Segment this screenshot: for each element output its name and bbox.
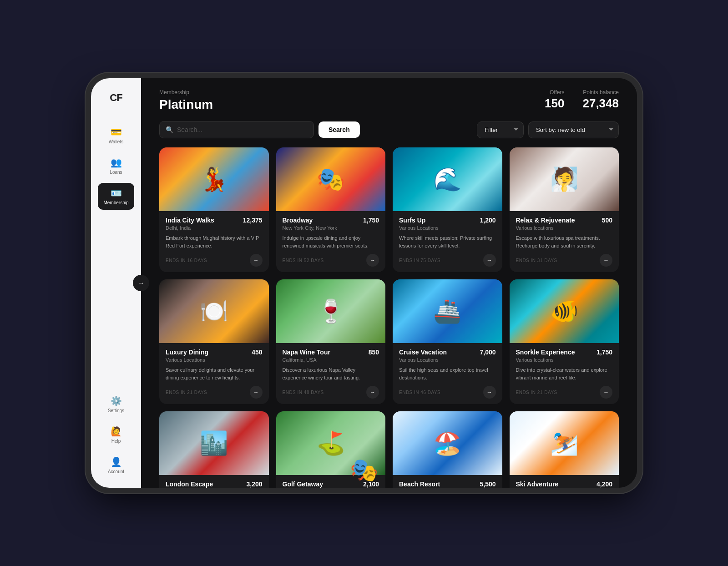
card-body: London Escape 3,200 London, UK Experienc… <box>159 475 269 488</box>
card-luxury-dining[interactable]: 🍽️ Luxury Dining 450 Various Locations S… <box>159 279 269 404</box>
card-description: Savor culinary delights and elevate your… <box>166 366 263 381</box>
card-relax-rejuvenate[interactable]: 🧖 Relax & Rejuvenate 500 Various locatio… <box>510 147 619 272</box>
card-london[interactable]: 🏙️ London Escape 3,200 London, UK Experi… <box>159 411 269 488</box>
cards-grid: 💃 India City Walks 12,375 Delhi, India E… <box>159 147 619 488</box>
card-resort[interactable]: 🏖️ Beach Resort 5,500 Tropical Destinati… <box>393 411 502 488</box>
card-india-city-walks[interactable]: 💃 India City Walks 12,375 Delhi, India E… <box>159 147 269 272</box>
card-points: 1,750 <box>363 217 379 224</box>
card-arrow-button[interactable]: → <box>483 386 496 399</box>
card-arrow-button[interactable]: → <box>600 254 612 267</box>
card-title: Golf Getaway <box>283 480 323 488</box>
card-image-cruise-vacation: 🚢 <box>393 279 502 343</box>
tablet-frame: CF 💳 Wallets 👥 Loans 🪪 Membership ⚙️ Set… <box>91 78 637 488</box>
card-image-snorkel-experience: 🐠 <box>510 279 619 343</box>
card-arrow-button[interactable]: → <box>483 254 496 267</box>
search-button[interactable]: Search <box>318 121 360 138</box>
sidebar-item-loans[interactable]: 👥 Loans <box>98 152 134 179</box>
card-points: 3,200 <box>246 480 262 488</box>
card-title: Beach Resort <box>399 480 440 488</box>
main-content: Membership Platinum Offers 150 Points ba… <box>141 78 637 488</box>
card-expiry: ENDS IN 75 DAYS <box>399 258 440 263</box>
card-body: Beach Resort 5,500 Tropical Destinations… <box>393 475 502 488</box>
card-image-napa-wine-tour: 🍷 <box>276 279 386 343</box>
card-expiry: ENDS IN 21 DAYS <box>516 390 557 395</box>
card-image-ski: ⛷️ <box>510 411 619 475</box>
cards-container: 💃 India City Walks 12,375 Delhi, India E… <box>141 147 637 488</box>
card-points: 850 <box>369 349 379 356</box>
filter-controls: Filter Category Location Sort by: new to… <box>477 121 619 138</box>
card-title: Cruise Vacation <box>399 349 447 356</box>
sidebar: CF 💳 Wallets 👥 Loans 🪪 Membership ⚙️ Set… <box>91 78 141 488</box>
card-napa-wine-tour[interactable]: 🍷 Napa Wine Tour 850 California, USA Dis… <box>276 279 386 404</box>
card-arrow-button[interactable]: → <box>366 254 379 267</box>
sidebar-item-settings[interactable]: ⚙️ Settings <box>98 391 134 418</box>
card-expiry: ENDS IN 46 DAYS <box>399 390 440 395</box>
wallets-icon: 💳 <box>111 126 122 137</box>
loans-icon: 👥 <box>111 157 122 168</box>
card-arrow-button[interactable]: → <box>366 386 379 399</box>
points-label: Points balance <box>582 89 619 96</box>
membership-icon: 🪪 <box>111 187 122 198</box>
card-description: Indulge in upscale dining and enjoy reno… <box>283 234 379 249</box>
card-expiry: ENDS IN 31 DAYS <box>516 258 557 263</box>
card-image-relax-rejuvenate: 🧖 <box>510 147 619 211</box>
card-body: Luxury Dining 450 Various Locations Savo… <box>159 343 269 404</box>
card-ski[interactable]: ⛷️ Ski Adventure 4,200 Alpine Resorts Hi… <box>510 411 619 488</box>
filter-dropdown[interactable]: Filter Category Location <box>477 121 524 138</box>
points-stat: Points balance 27,348 <box>582 89 619 111</box>
card-arrow-button[interactable]: → <box>250 386 263 399</box>
card-arrow-button[interactable]: → <box>600 386 612 399</box>
card-points: 1,200 <box>480 217 495 224</box>
card-description: Sail the high seas and explore top trave… <box>399 366 496 381</box>
card-arrow-button[interactable]: → <box>250 254 263 267</box>
header: Membership Platinum Offers 150 Points ba… <box>141 78 637 121</box>
card-image-luxury-dining: 🍽️ <box>159 279 269 343</box>
card-location: Various Locations <box>166 357 263 363</box>
account-label: Account <box>108 469 124 474</box>
card-title: London Escape <box>166 480 213 488</box>
search-input[interactable] <box>159 121 314 138</box>
card-description: Embark through Mughal history with a VIP… <box>166 234 263 249</box>
sidebar-item-wallets[interactable]: 💳 Wallets <box>98 122 134 149</box>
card-image-london: 🏙️ <box>159 411 269 475</box>
card-points: 500 <box>602 217 612 224</box>
card-cruise-vacation[interactable]: 🚢 Cruise Vacation 7,000 Various Location… <box>393 279 502 404</box>
card-body: Relax & Rejuvenate 500 Various locations… <box>510 211 619 272</box>
membership-type-label: Membership <box>159 89 213 96</box>
app-logo: CF <box>110 92 122 104</box>
card-image-resort: 🏖️ <box>393 411 502 475</box>
sidebar-item-account[interactable]: 👤 Account <box>98 452 134 479</box>
card-snorkel-experience[interactable]: 🐠 Snorkle Experience 1,750 Various locat… <box>510 279 619 404</box>
account-icon: 👤 <box>111 456 122 467</box>
card-location: New York City, New York <box>283 225 379 231</box>
header-stats: Offers 150 Points balance 27,348 <box>545 89 619 111</box>
card-points: 7,000 <box>480 349 495 356</box>
membership-info: Membership Platinum <box>159 89 213 112</box>
help-icon: 🙋 <box>111 426 122 437</box>
card-image-india-city-walks: 💃 <box>159 147 269 211</box>
card-points: 12,375 <box>243 217 263 224</box>
sidebar-item-membership[interactable]: 🪪 Membership <box>98 183 134 210</box>
nav-items: 💳 Wallets 👥 Loans 🪪 Membership <box>91 122 141 391</box>
sidebar-item-help[interactable]: 🙋 Help <box>98 421 134 448</box>
card-location: Various locations <box>516 357 613 363</box>
card-body: India City Walks 12,375 Delhi, India Emb… <box>159 211 269 272</box>
sort-dropdown[interactable]: Sort by: new to old Sort by: old to new … <box>528 121 619 138</box>
card-title: Luxury Dining <box>166 349 208 356</box>
card-location: Various locations <box>516 225 613 231</box>
offers-count: 150 <box>545 96 564 111</box>
card-broadway[interactable]: 🎭 Broadway 1,750 New York City, New York… <box>276 147 386 272</box>
settings-label: Settings <box>108 408 124 413</box>
points-value: 27,348 <box>582 96 619 111</box>
offers-stat: Offers 150 <box>545 89 564 111</box>
help-label: Help <box>111 439 121 444</box>
card-body: Ski Adventure 4,200 Alpine Resorts Hit t… <box>510 475 619 488</box>
card-image-broadway: 🎭 <box>276 147 386 211</box>
card-surfs-up[interactable]: 🌊 Surfs Up 1,200 Various Locations Where… <box>393 147 502 272</box>
card-description: Escape with luxurious spa treatments. Re… <box>516 234 613 249</box>
card-expiry: ENDS IN 16 DAYS <box>166 258 207 263</box>
settings-icon: ⚙️ <box>111 395 122 406</box>
expand-button[interactable]: → <box>133 275 149 291</box>
card-expiry: ENDS IN 52 DAYS <box>283 258 324 263</box>
card-description: Discover a luxurious Napa Valley experie… <box>283 366 379 381</box>
